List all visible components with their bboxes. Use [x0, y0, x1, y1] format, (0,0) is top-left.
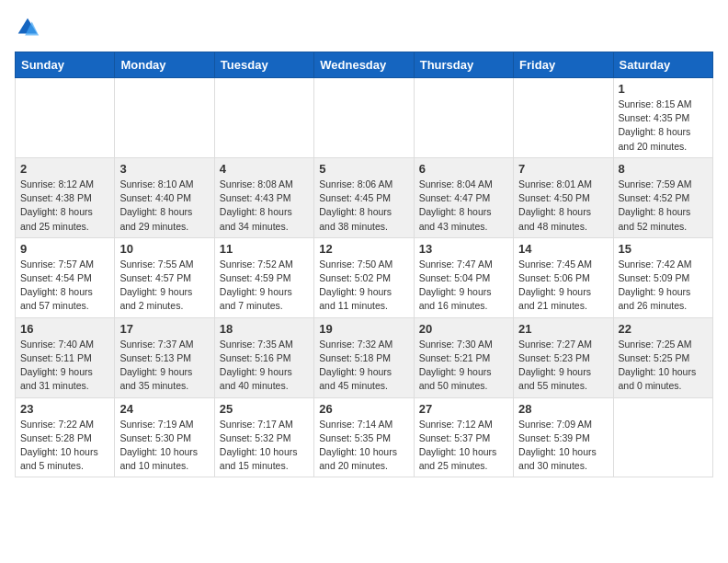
day-info: Sunrise: 7:09 AMSunset: 5:39 PMDaylight:…: [518, 418, 608, 474]
day-number: 10: [119, 242, 209, 256]
calendar-cell: [16, 78, 115, 158]
day-info: Sunrise: 7:17 AMSunset: 5:32 PMDaylight:…: [220, 418, 309, 474]
weekday-header-wednesday: Wednesday: [314, 52, 414, 78]
calendar-cell: [514, 78, 613, 158]
calendar-cell: 9Sunrise: 7:57 AMSunset: 4:54 PMDaylight…: [16, 237, 115, 317]
calendar-cell: [414, 78, 513, 158]
calendar-week-row: 9Sunrise: 7:57 AMSunset: 4:54 PMDaylight…: [16, 237, 713, 317]
day-number: 21: [518, 322, 608, 336]
page-header: [15, 15, 713, 40]
day-info: Sunrise: 7:32 AMSunset: 5:18 PMDaylight:…: [319, 338, 408, 394]
day-info: Sunrise: 7:42 AMSunset: 5:09 PMDaylight:…: [619, 258, 708, 314]
day-number: 13: [419, 242, 508, 256]
day-info: Sunrise: 7:14 AMSunset: 5:35 PMDaylight:…: [319, 418, 408, 474]
calendar-cell: 17Sunrise: 7:37 AMSunset: 5:13 PMDayligh…: [115, 317, 214, 397]
calendar-cell: 3Sunrise: 8:10 AMSunset: 4:40 PMDaylight…: [115, 157, 214, 237]
day-info: Sunrise: 7:52 AMSunset: 4:59 PMDaylight:…: [220, 258, 309, 314]
day-number: 3: [119, 162, 209, 176]
day-info: Sunrise: 8:10 AMSunset: 4:40 PMDaylight:…: [119, 178, 209, 234]
day-number: 11: [220, 242, 309, 256]
day-number: 9: [20, 242, 109, 256]
day-info: Sunrise: 7:27 AMSunset: 5:23 PMDaylight:…: [518, 338, 608, 394]
day-info: Sunrise: 7:19 AMSunset: 5:30 PMDaylight:…: [119, 418, 209, 474]
day-info: Sunrise: 8:06 AMSunset: 4:45 PMDaylight:…: [319, 178, 408, 234]
day-info: Sunrise: 8:04 AMSunset: 4:47 PMDaylight:…: [419, 178, 508, 234]
calendar-cell: [115, 78, 214, 158]
day-number: 5: [319, 162, 408, 176]
calendar-cell: 7Sunrise: 8:01 AMSunset: 4:50 PMDaylight…: [514, 157, 613, 237]
day-info: Sunrise: 7:25 AMSunset: 5:25 PMDaylight:…: [619, 338, 708, 394]
calendar-cell: 21Sunrise: 7:27 AMSunset: 5:23 PMDayligh…: [514, 317, 613, 397]
calendar-cell: [314, 78, 414, 158]
day-info: Sunrise: 7:45 AMSunset: 5:06 PMDaylight:…: [518, 258, 608, 314]
day-number: 6: [419, 162, 508, 176]
day-number: 7: [518, 162, 608, 176]
day-info: Sunrise: 8:12 AMSunset: 4:38 PMDaylight:…: [20, 178, 109, 234]
logo: [15, 15, 44, 40]
day-number: 15: [619, 242, 708, 256]
calendar-cell: 26Sunrise: 7:14 AMSunset: 5:35 PMDayligh…: [314, 397, 414, 477]
day-number: 26: [319, 402, 408, 416]
calendar-cell: 12Sunrise: 7:50 AMSunset: 5:02 PMDayligh…: [314, 237, 414, 317]
day-number: 19: [319, 322, 408, 336]
day-number: 27: [419, 402, 508, 416]
day-info: Sunrise: 7:55 AMSunset: 4:57 PMDaylight:…: [119, 258, 209, 314]
day-number: 2: [20, 162, 109, 176]
calendar-cell: 18Sunrise: 7:35 AMSunset: 5:16 PMDayligh…: [214, 317, 313, 397]
day-info: Sunrise: 7:37 AMSunset: 5:13 PMDaylight:…: [119, 338, 209, 394]
calendar-cell: 8Sunrise: 7:59 AMSunset: 4:52 PMDaylight…: [613, 157, 712, 237]
calendar-cell: 2Sunrise: 8:12 AMSunset: 4:38 PMDaylight…: [16, 157, 115, 237]
logo-icon: [15, 15, 40, 40]
day-number: 22: [619, 322, 708, 336]
day-number: 17: [119, 322, 209, 336]
day-info: Sunrise: 7:47 AMSunset: 5:04 PMDaylight:…: [419, 258, 508, 314]
day-number: 18: [220, 322, 309, 336]
day-info: Sunrise: 7:59 AMSunset: 4:52 PMDaylight:…: [619, 178, 708, 234]
weekday-header-thursday: Thursday: [414, 52, 513, 78]
weekday-header-sunday: Sunday: [16, 52, 115, 78]
calendar-cell: 16Sunrise: 7:40 AMSunset: 5:11 PMDayligh…: [16, 317, 115, 397]
weekday-header-row: SundayMondayTuesdayWednesdayThursdayFrid…: [16, 52, 713, 78]
day-info: Sunrise: 7:40 AMSunset: 5:11 PMDaylight:…: [20, 338, 109, 394]
calendar-cell: [613, 397, 712, 477]
day-number: 23: [20, 402, 109, 416]
calendar-cell: 20Sunrise: 7:30 AMSunset: 5:21 PMDayligh…: [414, 317, 513, 397]
day-number: 28: [518, 402, 608, 416]
day-number: 8: [619, 162, 708, 176]
calendar-cell: 25Sunrise: 7:17 AMSunset: 5:32 PMDayligh…: [214, 397, 313, 477]
calendar-cell: 5Sunrise: 8:06 AMSunset: 4:45 PMDaylight…: [314, 157, 414, 237]
calendar-cell: 27Sunrise: 7:12 AMSunset: 5:37 PMDayligh…: [414, 397, 513, 477]
day-number: 14: [518, 242, 608, 256]
day-info: Sunrise: 7:22 AMSunset: 5:28 PMDaylight:…: [20, 418, 109, 474]
day-info: Sunrise: 7:30 AMSunset: 5:21 PMDaylight:…: [419, 338, 508, 394]
calendar-cell: 11Sunrise: 7:52 AMSunset: 4:59 PMDayligh…: [214, 237, 313, 317]
calendar-cell: 28Sunrise: 7:09 AMSunset: 5:39 PMDayligh…: [514, 397, 613, 477]
day-number: 12: [319, 242, 408, 256]
day-number: 1: [619, 82, 708, 96]
day-info: Sunrise: 8:08 AMSunset: 4:43 PMDaylight:…: [220, 178, 309, 234]
day-info: Sunrise: 7:35 AMSunset: 5:16 PMDaylight:…: [220, 338, 309, 394]
weekday-header-saturday: Saturday: [613, 52, 712, 78]
calendar-cell: 23Sunrise: 7:22 AMSunset: 5:28 PMDayligh…: [16, 397, 115, 477]
calendar-week-row: 16Sunrise: 7:40 AMSunset: 5:11 PMDayligh…: [16, 317, 713, 397]
calendar-cell: 4Sunrise: 8:08 AMSunset: 4:43 PMDaylight…: [214, 157, 313, 237]
day-number: 16: [20, 322, 109, 336]
day-info: Sunrise: 7:12 AMSunset: 5:37 PMDaylight:…: [419, 418, 508, 474]
calendar-cell: [214, 78, 313, 158]
weekday-header-tuesday: Tuesday: [214, 52, 313, 78]
day-info: Sunrise: 8:15 AMSunset: 4:35 PMDaylight:…: [619, 98, 708, 154]
day-info: Sunrise: 7:50 AMSunset: 5:02 PMDaylight:…: [319, 258, 408, 314]
calendar-cell: 24Sunrise: 7:19 AMSunset: 5:30 PMDayligh…: [115, 397, 214, 477]
day-info: Sunrise: 7:57 AMSunset: 4:54 PMDaylight:…: [20, 258, 109, 314]
calendar-cell: 15Sunrise: 7:42 AMSunset: 5:09 PMDayligh…: [613, 237, 712, 317]
day-info: Sunrise: 8:01 AMSunset: 4:50 PMDaylight:…: [518, 178, 608, 234]
calendar-week-row: 1Sunrise: 8:15 AMSunset: 4:35 PMDaylight…: [16, 78, 713, 158]
day-number: 25: [220, 402, 309, 416]
day-number: 24: [119, 402, 209, 416]
calendar-cell: 10Sunrise: 7:55 AMSunset: 4:57 PMDayligh…: [115, 237, 214, 317]
calendar-cell: 6Sunrise: 8:04 AMSunset: 4:47 PMDaylight…: [414, 157, 513, 237]
calendar-week-row: 23Sunrise: 7:22 AMSunset: 5:28 PMDayligh…: [16, 397, 713, 477]
day-number: 4: [220, 162, 309, 176]
calendar-table: SundayMondayTuesdayWednesdayThursdayFrid…: [15, 52, 713, 477]
calendar-cell: 13Sunrise: 7:47 AMSunset: 5:04 PMDayligh…: [414, 237, 513, 317]
